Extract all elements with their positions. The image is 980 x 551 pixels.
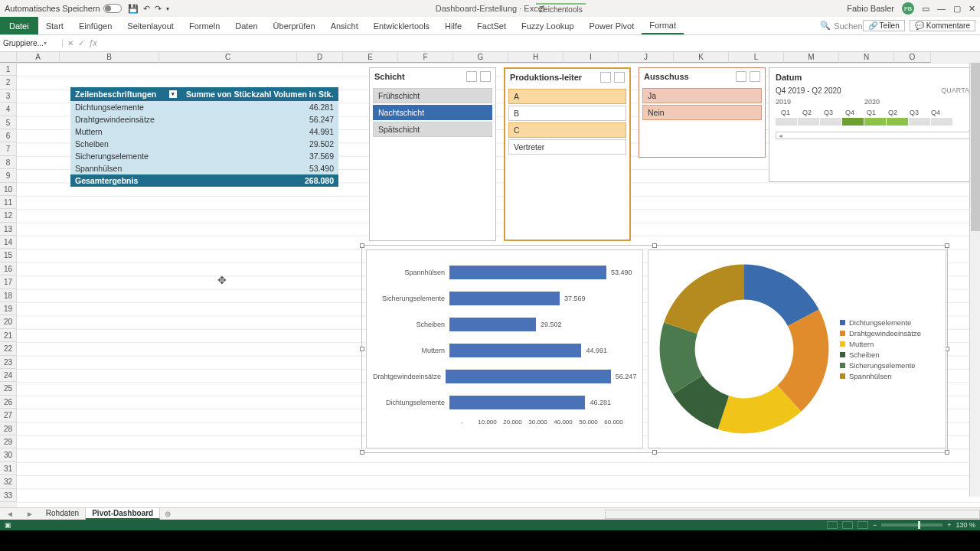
pivot-row[interactable]: Scheiben29.502: [70, 138, 338, 150]
ribbon-tab-einfügen[interactable]: Einfügen: [71, 17, 119, 34]
bar-chart[interactable]: Spannhülsen53.490Sicherungselemente37.56…: [366, 249, 643, 448]
pivot-filter-icon[interactable]: ▾: [169, 90, 177, 98]
ribbon-tab-power pivot[interactable]: Power Pivot: [582, 17, 642, 34]
slicer-item[interactable]: Nein: [642, 105, 762, 120]
user-name: Fabio Basler: [847, 4, 894, 13]
timeline-scrollbar[interactable]: [776, 132, 978, 139]
multiselect-icon[interactable]: [600, 72, 611, 83]
zoom-slider[interactable]: [881, 523, 942, 527]
slicer-item[interactable]: Spätschicht: [373, 122, 492, 137]
clear-filter-icon[interactable]: [480, 71, 491, 82]
chart-legend: DichtungselementeDrahtgewindeeinsätzeMut…: [840, 316, 921, 383]
multiselect-icon[interactable]: [736, 71, 746, 82]
clear-filter-icon[interactable]: [614, 72, 625, 83]
ribbon-tab-format[interactable]: Format: [642, 17, 684, 34]
ribbon-tab-seitenlayout[interactable]: Seitenlayout: [119, 17, 181, 34]
avatar[interactable]: FB: [902, 2, 914, 15]
share-button[interactable]: 🔗Teilen: [863, 20, 905, 31]
ribbon-tab-factset[interactable]: FactSet: [469, 17, 514, 34]
ribbon: Datei StartEinfügenSeitenlayoutFormelnDa…: [0, 17, 980, 35]
page-break-view-icon[interactable]: [858, 521, 868, 529]
pivot-row[interactable]: Dichtungselemente46.281: [70, 101, 338, 113]
cancel-icon[interactable]: ✕: [67, 39, 74, 47]
ribbon-options-icon[interactable]: ▭: [922, 4, 929, 14]
page-layout-view-icon[interactable]: [842, 521, 853, 529]
worksheet-grid[interactable]: 1234567891011121314151617181920212223242…: [0, 52, 980, 509]
pivot-row[interactable]: Drahtgewindeeinsätze56.247: [70, 113, 338, 126]
sheet-nav-next-icon[interactable]: ►: [20, 510, 40, 518]
slicer-item[interactable]: Vertreter: [508, 139, 626, 155]
donut-chart[interactable]: DichtungselementeDrahtgewindeeinsätzeMut…: [648, 249, 946, 448]
autosave-toggle[interactable]: [103, 4, 122, 13]
redo-icon[interactable]: ↷: [155, 4, 162, 14]
record-macro-icon[interactable]: ▣: [5, 521, 11, 529]
enter-icon[interactable]: ✓: [78, 39, 84, 47]
slicer-item[interactable]: Frühschicht: [373, 88, 492, 103]
normal-view-icon[interactable]: [827, 521, 838, 529]
save-icon[interactable]: 💾: [128, 4, 139, 14]
pivot-table[interactable]: Zeilenbeschriftungen▾ Summe von Stückzah…: [70, 87, 338, 187]
ribbon-tab-entwicklertools[interactable]: Entwicklertools: [366, 17, 437, 34]
zoom-level[interactable]: 130 %: [956, 521, 975, 529]
zoom-out-icon[interactable]: −: [873, 521, 877, 529]
pivot-row[interactable]: Muttern44.991: [70, 126, 338, 138]
ribbon-tab-start[interactable]: Start: [38, 17, 71, 34]
sheet-tab[interactable]: Rohdaten: [40, 508, 86, 520]
slicer-item[interactable]: Nachtschicht: [373, 105, 492, 120]
pivot-row[interactable]: Sicherungselemente37.569: [70, 150, 338, 162]
pivot-row[interactable]: Spannhülsen53.490: [70, 162, 338, 174]
ribbon-tab-daten[interactable]: Daten: [227, 17, 265, 34]
ribbon-tab-formeln[interactable]: Formeln: [181, 17, 227, 34]
slicer-item[interactable]: B: [508, 106, 626, 121]
contextual-tab-label: Zeichentools: [536, 3, 586, 15]
status-bar: ▣ − + 130 %: [0, 520, 980, 530]
add-sheet-icon[interactable]: ⊕: [160, 510, 175, 518]
timeline-datum[interactable]: Datum Q4 2019 - Q2 2020QUARTALE 20192020…: [769, 67, 980, 182]
name-box[interactable]: Gruppiere...▾: [0, 39, 63, 47]
qat-more-icon[interactable]: ▾: [166, 5, 169, 12]
horizontal-scrollbar[interactable]: [605, 510, 980, 519]
undo-icon[interactable]: ↶: [143, 4, 150, 14]
minimize-icon[interactable]: —: [937, 4, 946, 13]
slicer-ausschuss[interactable]: Ausschuss JaNein: [639, 67, 766, 158]
multiselect-icon[interactable]: [466, 71, 477, 82]
ribbon-tab-fuzzy lookup[interactable]: Fuzzy Lookup: [514, 17, 581, 34]
comments-button[interactable]: 💬Kommentare: [910, 20, 975, 31]
fx-icon[interactable]: ƒx: [89, 39, 97, 47]
search-box[interactable]: 🔍 Suchen: [820, 17, 862, 34]
clear-filter-icon[interactable]: [750, 71, 760, 82]
vertical-scrollbar[interactable]: [969, 63, 980, 497]
search-icon: 🔍: [820, 21, 831, 31]
file-tab[interactable]: Datei: [0, 17, 38, 34]
formula-bar: Gruppiere...▾ ✕ ✓ ƒx: [0, 35, 980, 52]
slicer-produktionsleiter[interactable]: Produktions-leiter ABCVertreter: [504, 67, 631, 241]
slicer-item[interactable]: A: [508, 89, 626, 104]
close-icon[interactable]: ✕: [969, 4, 975, 14]
autosave-label: Automatisches Speichern: [5, 4, 100, 13]
slicer-item[interactable]: C: [508, 122, 626, 138]
slicer-schicht[interactable]: Schicht FrühschichtNachtschichtSpätschic…: [369, 67, 496, 241]
sheet-tab[interactable]: Pivot-Dashboard: [86, 508, 160, 520]
row-headers[interactable]: 1234567891011121314151617181920212223242…: [0, 52, 17, 509]
move-cursor-icon: ✥: [217, 274, 227, 286]
sheet-tabs: ◄ ► RohdatenPivot-Dashboard ⊕: [0, 507, 980, 520]
maximize-icon[interactable]: ▢: [953, 4, 961, 14]
zoom-in-icon[interactable]: +: [947, 521, 951, 529]
sheet-nav-prev-icon[interactable]: ◄: [0, 510, 20, 518]
ribbon-tab-überprüfen[interactable]: Überprüfen: [266, 17, 323, 34]
slicer-item[interactable]: Ja: [642, 88, 762, 103]
ribbon-tab-ansicht[interactable]: Ansicht: [323, 17, 366, 34]
column-headers[interactable]: ABCDEFGHIJKLMNO: [17, 52, 980, 63]
title-bar: Automatisches Speichern 💾 ↶ ↷ ▾ Dashboar…: [0, 0, 980, 17]
ribbon-tab-hilfe[interactable]: Hilfe: [437, 17, 469, 34]
document-title: Dashboard-Erstellung · Excel: [436, 4, 544, 13]
